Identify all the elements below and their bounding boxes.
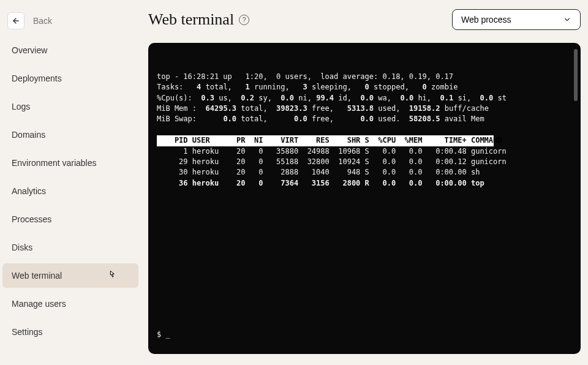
sidebar-item-domains[interactable]: Domains — [2, 122, 138, 147]
sidebar-item-deployments[interactable]: Deployments — [2, 66, 138, 91]
scrollbar[interactable] — [574, 49, 578, 101]
sidebar: Overview Deployments Logs Domains Enviro… — [0, 38, 140, 354]
back-label: Back — [33, 16, 52, 26]
sidebar-item-environment-variables[interactable]: Environment variables — [2, 151, 138, 175]
terminal-process-row: 1 heroku 20 0 35880 24988 10968 S 0.0 0.… — [157, 147, 507, 156]
page-title-text: Web terminal — [148, 10, 234, 29]
sidebar-item-disks[interactable]: Disks — [2, 235, 138, 260]
terminal-summary: top - 16:28:21 up 1:20, 0 users, load av… — [157, 72, 507, 124]
sidebar-item-overview[interactable]: Overview — [2, 38, 138, 62]
sidebar-item-manage-users[interactable]: Manage users — [2, 292, 138, 316]
cursor-pointer-icon — [107, 269, 117, 282]
help-icon[interactable]: ? — [239, 15, 249, 25]
sidebar-item-web-terminal[interactable]: Web terminal — [2, 263, 138, 288]
sidebar-item-settings[interactable]: Settings — [2, 320, 138, 344]
terminal-columns-header: PID USER PR NI VIRT RES SHR S %CPU %MEM … — [157, 135, 494, 146]
terminal-process-row: 30 heroku 20 0 2888 1040 948 S 0.0 0.0 0… — [157, 168, 480, 176]
sidebar-item-analytics[interactable]: Analytics — [2, 179, 138, 203]
sidebar-item-processes[interactable]: Processes — [2, 207, 138, 231]
terminal[interactable]: top - 16:28:21 up 1:20, 0 users, load av… — [148, 43, 581, 354]
terminal-process-row: 36 heroku 20 0 7364 3156 2800 R 0.0 0.0 … — [157, 179, 484, 187]
terminal-process-row: 29 heroku 20 0 55188 32800 10924 S 0.0 0… — [157, 157, 507, 166]
terminal-prompt[interactable]: $ _ — [157, 329, 572, 340]
process-select[interactable]: Web process — [452, 9, 581, 30]
page-title: Web terminal ? — [148, 10, 249, 29]
process-select-label: Web process — [461, 15, 511, 24]
arrow-left-icon — [12, 17, 20, 25]
back-button[interactable] — [7, 12, 24, 29]
sidebar-item-logs[interactable]: Logs — [2, 94, 138, 119]
chevron-down-icon — [563, 15, 571, 24]
